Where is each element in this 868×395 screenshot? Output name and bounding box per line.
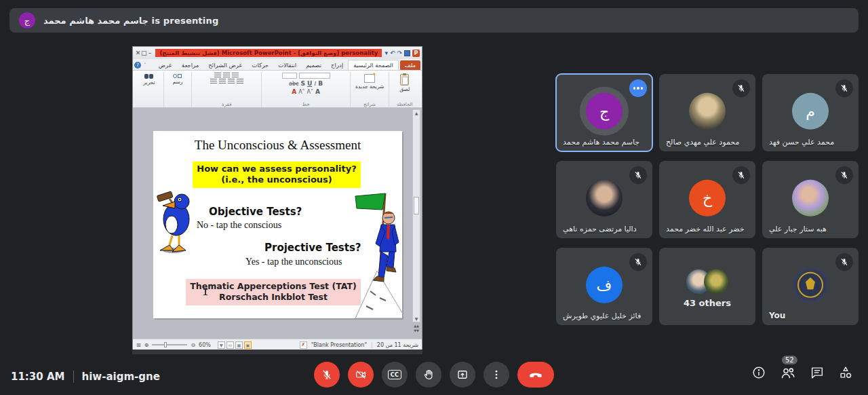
presentation-file-name: "Blank Presentation" [311,342,367,348]
view-switcher: ▼ ▭ ▦ ▣ [218,341,252,349]
slide-projective-subtext: Yes - tap the unconscious [245,257,342,267]
tab-transitions: انتقالات [273,60,301,70]
participant-tile[interactable]: داليا مرتضى حمزه ناهي [556,161,652,238]
bullets-icon [232,73,239,77]
mic-muted-icon [629,166,647,184]
participant-name: جاسم محمد هاشم محمد [563,138,639,147]
mic-muted-icon [732,166,750,184]
grow-font-icon: A [315,88,320,95]
camera-toggle-button[interactable] [348,362,374,388]
participant-tile-presenter[interactable]: ج جاسم محمد هاشم محمد [556,74,652,151]
meeting-info: 11:30 AM hiw-aigm-gne [11,371,160,383]
redo-icon: ↷ [397,50,402,56]
sorter-view-icon: ▦ [235,341,243,349]
end-call-button[interactable] [517,362,554,388]
mic-muted-icon [835,166,853,184]
tab-design: تصميم [301,60,326,70]
activities-button[interactable] [838,365,853,383]
avatar: خ [689,180,726,217]
bold-icon: B [318,80,323,87]
participant-tile-you[interactable]: You [762,248,859,325]
ribbon-group-paragraph: فقرة [191,72,261,107]
participant-name: هبه ستار جبار علي [769,225,827,233]
avatar-photo [689,93,726,130]
avatar-logo [792,267,829,303]
participant-tile[interactable]: هبه ستار جبار علي [762,161,859,238]
powerpoint-app-icon: P [412,50,420,57]
google-meet-window: ج جاسم محمد هاشم محمد is presenting ✕ □ … [0,0,868,395]
font-color-icon: A [292,88,296,95]
ppt-quick-access-toolbar: ▾ ↶ ↷ P [384,50,420,57]
font-size-box [282,73,297,79]
ppt-window-title: personality [وضع التوافق] - Microsoft Po… [155,49,382,57]
ribbon-group-editing: تحرير [135,72,163,107]
others-count-label: 43 others [659,298,755,308]
mic-muted-icon [732,79,750,97]
slide-pink-callout: Thematic Apperceptions Test (TAT) Rorsch… [186,279,361,305]
shadow-icon: S [300,80,304,87]
collapse-ribbon-icon: ˄ [144,62,146,68]
ppt-workspace: The Unconscious & Assessment How can we … [133,108,422,339]
mic-muted-icon [835,253,853,271]
align-center-icon [228,79,235,83]
participant-tile[interactable]: محمود علي مهدي صالح [659,74,755,151]
others-avatars [686,269,728,294]
char-spacing-icon: A˄ [298,89,304,95]
slide-objective-heading: Objective Tests? [209,206,302,218]
ppt-vertical-scrollbar: ▲ ▼ [412,109,420,322]
fit-to-window-icon: ⊞ [136,342,141,348]
draw-button: رسم [173,73,183,85]
close-icon: ✕ [135,50,141,56]
participant-count-badge: 52 [782,356,797,364]
ribbon-group-clipboard: لصق الحافظة [389,72,420,107]
present-screen-button[interactable] [450,362,475,388]
meet-bottom-bar: 11:30 AM hiw-aigm-gne CC [0,353,868,395]
participant-tile[interactable]: ف فائز خليل عليوي طويرش [556,248,652,325]
spelling-status-icon: ✗ [300,341,307,349]
participant-name: خضر عبد الله خضر محمد [666,225,745,233]
text-cursor [205,288,206,295]
participant-name: You [769,311,785,320]
mic-muted-icon [835,79,853,97]
participant-tile[interactable]: م محمد علي حسن فهد [762,74,859,151]
meeting-details-button[interactable] [751,365,766,383]
maximize-icon: □ [141,50,147,56]
underline-icon: U [307,80,312,87]
ppt-ribbon: لصق الحافظة شريحة جديدة شرائح [133,71,422,108]
presentation-slide: The Unconscious & Assessment How can we … [153,131,402,318]
shared-powerpoint-window: ✕ □ – personality [وضع التوافق] - Micros… [132,46,422,350]
qat-dropdown-icon: ▾ [384,50,388,56]
captions-icon: CC [388,370,402,379]
avatar: م [792,93,829,130]
mic-toggle-button[interactable] [314,362,340,388]
raise-hand-button[interactable] [416,362,441,388]
participants-button[interactable]: 52 [780,364,796,383]
change-case-icon: A˅ [307,89,313,95]
tile-options-button[interactable] [629,79,647,97]
slide-objective-subtext: No - tap the conscious [197,220,281,231]
tab-file: ملف [400,60,420,70]
chat-button[interactable] [810,365,825,383]
avatar-photo [792,180,829,217]
slide-projective-heading: Projective Tests? [264,242,361,254]
divider [73,371,74,383]
participant-name: محمد علي حسن فهد [769,138,834,147]
meeting-code: hiw-aigm-gne [82,371,160,383]
participant-tile[interactable]: خ خضر عبد الله خضر محمد [659,161,755,238]
justify-icon [210,79,217,83]
participant-tile-others[interactable]: 43 others [659,248,755,325]
presenting-banner: ج جاسم محمد هاشم محمد is presenting [9,8,859,33]
presenting-status-text: is presenting [152,16,219,26]
captions-button[interactable]: CC [382,362,408,388]
dodo-bird-illustration [153,188,199,259]
zoom-slider [152,344,187,345]
strikethrough-icon: abc [289,81,298,87]
tab-home: الصفحة الرئيسية [348,60,399,70]
indent-icon [214,73,221,77]
normal-view-icon: ▣ [244,341,252,349]
ribbon-group-font: abc S U I B A A˄ A˅ A خط [261,72,350,107]
presenting-banner-text: جاسم محمد هاشم محمد is presenting [43,16,218,26]
font-name-box [299,73,330,79]
more-options-button[interactable] [484,362,509,388]
reading-view-icon: ▭ [226,341,234,349]
